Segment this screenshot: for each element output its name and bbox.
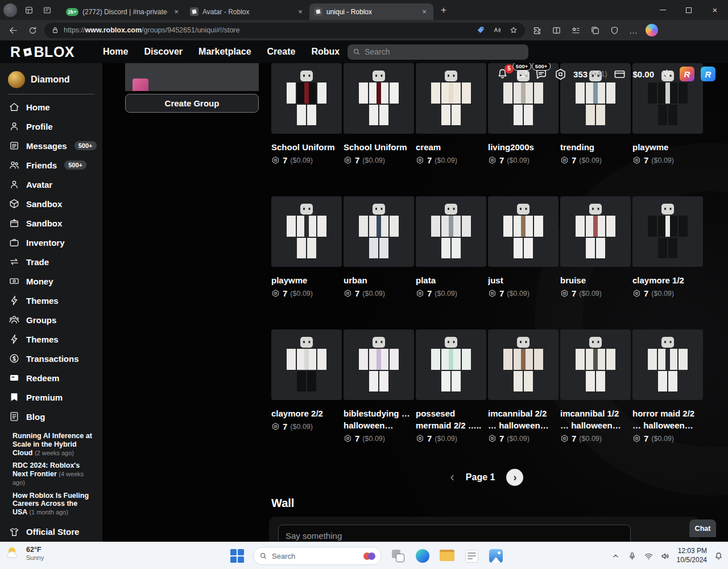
sidebar-item-groups[interactable]: Groups	[0, 310, 102, 329]
store-item-card[interactable]: horror maid 2/2 … halloween… 7 ($0.09)	[632, 329, 703, 443]
tab-uniqui-roblox[interactable]: uniqui - Roblox ×	[309, 3, 433, 20]
item-thumbnail[interactable]	[488, 329, 559, 400]
close-window-button[interactable]: ×	[702, 0, 728, 20]
wallet-balance[interactable]: $0.00	[632, 69, 654, 79]
store-item-card[interactable]: cream 7 ($0.09)	[416, 63, 486, 165]
store-item-card[interactable]: possesed mermaid 2/2 ….. 7 ($0.09)	[416, 329, 486, 443]
robux-icon[interactable]	[554, 68, 567, 81]
item-thumbnail[interactable]	[416, 329, 486, 400]
rogold-extension-icon[interactable]: R	[701, 67, 715, 81]
task-view-icon[interactable]	[390, 548, 406, 564]
read-aloud-icon[interactable]	[493, 26, 502, 35]
item-thumbnail[interactable]	[416, 196, 486, 267]
refresh-icon[interactable]	[25, 23, 40, 38]
tab-avatar-roblox[interactable]: Avatar - Roblox ×	[185, 3, 309, 20]
create-group-button[interactable]: Create Group	[125, 94, 259, 113]
item-thumbnail[interactable]	[560, 196, 631, 267]
sidebar-item-messages[interactable]: Messages 500+	[0, 136, 102, 155]
store-item-card[interactable]: playwme 7 ($0.09)	[271, 196, 342, 298]
sidebar-user[interactable]: Diamond	[0, 68, 102, 94]
search-input[interactable]	[365, 47, 523, 56]
extensions-icon[interactable]	[530, 23, 544, 38]
item-thumbnail[interactable]	[632, 196, 703, 267]
store-item-card[interactable]: School Uniform 7 ($0.09)	[344, 63, 414, 165]
chat-button[interactable]: Chat	[689, 519, 716, 537]
new-tab-button[interactable]: +	[436, 2, 452, 18]
edge-app-icon[interactable]	[415, 548, 431, 564]
roblox-logo[interactable]: R BLOX	[10, 44, 75, 60]
workspaces-icon[interactable]	[22, 3, 36, 18]
shopping-tag-icon[interactable]	[476, 26, 485, 35]
sidebar-item-profile[interactable]: Profile	[0, 117, 102, 136]
sidebar-item-sandbox-2[interactable]: Sandbox	[0, 213, 102, 233]
next-page-button[interactable]: ›	[506, 469, 523, 486]
robux-balance[interactable]: 353	[573, 69, 588, 79]
close-tab-icon[interactable]: ×	[172, 7, 181, 16]
trade-bubble-icon[interactable]: 500+	[535, 68, 548, 81]
store-item-card[interactable]: biblestudying … halloween… 7 ($0.09)	[344, 329, 414, 443]
sidebar-item-sandbox-1[interactable]: Sandbox	[0, 194, 102, 213]
store-item-card[interactable]: plata 7 ($0.09)	[416, 196, 486, 298]
store-item-card[interactable]: bruise 7 ($0.09)	[560, 196, 631, 298]
sidebar-item-premium[interactable]: Premium	[0, 387, 102, 407]
item-thumbnail[interactable]	[271, 196, 342, 267]
item-name[interactable]: imcannibal 2/2 … halloween…	[488, 407, 559, 431]
item-name[interactable]: School Uniform	[271, 141, 342, 153]
item-name[interactable]: urban	[344, 274, 414, 286]
store-item-card[interactable]: School Uniform 7 ($0.09)	[271, 63, 342, 165]
chat-bubble-icon[interactable]: 500+	[515, 68, 528, 81]
notification-bell-icon[interactable]: 5	[496, 68, 509, 81]
copilot-icon[interactable]	[646, 24, 658, 36]
back-icon[interactable]	[6, 23, 20, 38]
item-name[interactable]: trending	[560, 141, 631, 153]
item-thumbnail[interactable]	[560, 329, 631, 400]
item-thumbnail[interactable]	[416, 63, 486, 134]
item-name[interactable]: just	[488, 274, 559, 286]
item-thumbnail[interactable]	[344, 329, 414, 400]
tab-discord[interactable]: 2k+ (2772) Discord | #na-private-serve ×	[61, 3, 185, 20]
sidebar-item-blog[interactable]: Blog	[0, 407, 102, 426]
clock-widget[interactable]: 12:03 PM 10/5/2024	[677, 547, 707, 564]
minimize-button[interactable]	[650, 0, 676, 20]
item-name[interactable]: playwme	[632, 141, 703, 153]
store-item-card[interactable]: imcannibal 1/2 … halloween… 7 ($0.09)	[560, 329, 631, 443]
store-item-card[interactable]: claymore 2/2 7 ($0.09)	[271, 329, 342, 443]
item-name[interactable]: imcannibal 1/2 … halloween…	[560, 407, 631, 431]
prev-page-icon[interactable]: ‹	[450, 470, 454, 485]
item-name[interactable]: biblestudying … halloween…	[344, 407, 414, 431]
roblox-search-bar[interactable]	[348, 44, 528, 60]
taskbar-search[interactable]	[253, 547, 382, 565]
favorites-bar-icon[interactable]	[568, 23, 583, 38]
split-screen-icon[interactable]	[549, 23, 564, 38]
sidebar-item-trade[interactable]: Trade	[0, 252, 102, 271]
nav-link-create[interactable]: Create	[267, 47, 296, 57]
item-thumbnail[interactable]	[271, 63, 342, 134]
browser-essentials-icon[interactable]	[607, 23, 622, 38]
blog-post-link[interactable]: Running AI Inference at Scale in the Hyb…	[13, 432, 93, 457]
item-name[interactable]: living2000s	[488, 141, 559, 153]
tab-actions-icon[interactable]	[40, 3, 55, 18]
wall-post-input[interactable]	[278, 525, 631, 542]
sidebar-item-themes-1[interactable]: Themes	[0, 291, 102, 310]
browser-profile-avatar[interactable]	[3, 3, 17, 17]
sidebar-item-official-store[interactable]: Official Store	[0, 522, 102, 542]
sidebar-item-inventory[interactable]: Inventory	[0, 233, 102, 252]
sidebar-item-redeem[interactable]: Redeem	[0, 368, 102, 387]
settings-ellipsis-icon[interactable]: …	[626, 23, 641, 38]
blog-post-link[interactable]: RDC 2024: Roblox's Next Frontier (4 week…	[13, 461, 93, 486]
item-name[interactable]: claymore 1/2	[632, 274, 703, 286]
store-item-card[interactable]: urban 7 ($0.09)	[344, 196, 414, 298]
item-thumbnail[interactable]	[271, 329, 342, 400]
sidebar-item-money[interactable]: Money	[0, 271, 102, 291]
taskbar-search-input[interactable]	[272, 552, 340, 560]
store-item-card[interactable]: just 7 ($0.09)	[488, 196, 559, 298]
item-name[interactable]: plata	[416, 274, 486, 286]
start-button[interactable]	[230, 549, 245, 563]
wallet-icon[interactable]	[613, 68, 626, 81]
sidebar-item-home[interactable]: Home	[0, 97, 102, 117]
collections-icon[interactable]	[588, 23, 602, 38]
nav-link-discover[interactable]: Discover	[144, 47, 183, 57]
sidebar-item-avatar[interactable]: Avatar	[0, 175, 102, 194]
file-explorer-icon[interactable]	[439, 548, 455, 564]
close-tab-icon[interactable]: ×	[296, 7, 305, 16]
